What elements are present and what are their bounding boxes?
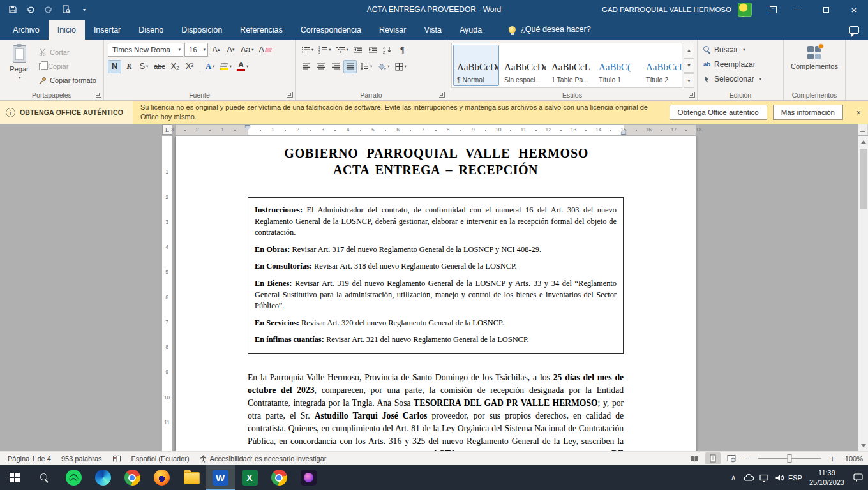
style-item[interactable]: AaBbCcDc¶ Normal — [453, 45, 499, 86]
bullets-button[interactable]: ▾ — [299, 43, 315, 57]
page-indicator[interactable]: Página 1 de 4 — [3, 452, 56, 465]
taskbar-clock[interactable]: 11:39 25/10/2023 — [804, 468, 850, 487]
scroll-up-icon[interactable] — [858, 137, 868, 147]
subscript-button[interactable]: X₂ — [168, 60, 182, 73]
cut-button[interactable]: Cortar — [36, 46, 99, 59]
dialog-launcher-icon[interactable] — [96, 92, 101, 98]
document-page[interactable]: GOBIERNO PARROQUIAL VALLE HERMOSO ACTA E… — [176, 136, 696, 451]
print-layout-button[interactable] — [705, 452, 721, 464]
gallery-more-icon[interactable]: ▼ — [684, 73, 694, 88]
numbering-button[interactable]: 123 ▾ — [317, 43, 333, 57]
decrease-indent-button[interactable] — [352, 43, 365, 57]
onedrive-cloud-icon[interactable] — [741, 465, 756, 490]
tell-me-box[interactable]: ¿Qué desea hacer? — [509, 25, 591, 40]
tab-vista[interactable]: Vista — [415, 20, 451, 40]
paste-button[interactable]: Pegar ▾ — [2, 41, 36, 89]
keyboard-language[interactable]: ESP — [787, 465, 804, 490]
dialog-launcher-icon[interactable] — [287, 92, 293, 98]
tab-referencias[interactable]: Referencias — [231, 20, 292, 40]
clear-formatting-button[interactable]: A — [257, 43, 273, 57]
shrink-font-button[interactable]: A — [224, 43, 237, 57]
copy-button[interactable]: Copiar — [36, 60, 99, 73]
select-button[interactable]: Seleccionar ▾ — [703, 72, 781, 85]
style-item[interactable]: AaBbC(Título 1 — [595, 45, 641, 86]
align-right-button[interactable] — [329, 60, 342, 73]
zoom-level[interactable]: 100% — [840, 455, 863, 463]
bold-button[interactable]: N — [108, 60, 121, 73]
strikethrough-button[interactable]: abc — [152, 60, 167, 73]
scroll-down-icon[interactable] — [858, 440, 868, 450]
multilevel-list-button[interactable]: ▾ — [334, 43, 350, 57]
font-color-button[interactable]: A▾ — [235, 60, 250, 73]
style-item[interactable]: AaBbCcLTítulo 2 — [642, 45, 682, 86]
superscript-button[interactable]: X² — [183, 60, 197, 73]
edge-icon[interactable] — [88, 465, 117, 490]
proofing-status-button[interactable] — [107, 452, 126, 465]
taskbar-search-button[interactable] — [29, 465, 59, 490]
dialog-launcher-icon[interactable] — [689, 92, 695, 98]
file-explorer-icon[interactable] — [176, 465, 206, 490]
volume-icon[interactable] — [772, 465, 787, 490]
style-item[interactable]: AaBbCcDcSin espaci... — [500, 45, 546, 86]
text-effects-button[interactable]: A▾ — [204, 60, 217, 73]
firefox-icon[interactable] — [147, 465, 176, 490]
get-office-button[interactable]: Obtenga Office auténtico — [670, 105, 767, 120]
accessibility-status[interactable]: Accesibilidad: es necesario investigar — [195, 452, 332, 465]
increase-indent-button[interactable] — [366, 43, 380, 57]
font-name-combobox[interactable]: Times New Roma ▾ — [108, 43, 183, 57]
align-left-button[interactable] — [299, 60, 313, 73]
tab-insertar[interactable]: Insertar — [85, 20, 130, 40]
web-layout-button[interactable] — [724, 452, 739, 464]
underline-button[interactable]: S▾ — [137, 60, 151, 73]
vertical-ruler[interactable]: 1234567891011 — [162, 136, 172, 451]
save-icon[interactable] — [8, 4, 18, 15]
spotify-icon[interactable] — [59, 465, 88, 490]
excel-icon[interactable] — [235, 465, 264, 490]
horizontal-ruler[interactable]: 321123456789101112131415161718 — [176, 125, 696, 135]
network-icon[interactable] — [756, 465, 772, 490]
zoom-out-button[interactable]: − — [742, 454, 751, 464]
tray-expand-icon[interactable]: ∧ — [726, 465, 741, 490]
scrollbar-thumb[interactable] — [860, 149, 867, 209]
language-indicator[interactable]: Español (Ecuador) — [126, 452, 195, 465]
tab-correspondencia[interactable]: Correspondencia — [292, 20, 370, 40]
sort-button[interactable]: AZ — [381, 43, 394, 57]
feedback-comment-icon[interactable] — [849, 26, 859, 34]
tab-disposicion[interactable]: Disposición — [172, 20, 231, 40]
maximize-button[interactable] — [812, 0, 840, 19]
media-app-icon[interactable] — [294, 465, 323, 490]
complementos-button[interactable]: Complementos — [787, 45, 842, 71]
word-count[interactable]: 953 palabras — [56, 452, 107, 465]
highlight-button[interactable]: ▾ — [218, 60, 234, 73]
minimize-button[interactable] — [784, 0, 812, 19]
print-preview-icon[interactable] — [61, 4, 71, 15]
undo-icon[interactable] — [26, 4, 36, 15]
ribbon-display-options-button[interactable]: ⌃ — [762, 0, 784, 19]
gallery-scroll-down-icon[interactable]: ▼ — [684, 58, 694, 73]
show-paragraph-marks-button[interactable]: ¶ — [396, 43, 409, 57]
chrome-icon[interactable] — [117, 465, 147, 490]
tab-ayuda[interactable]: Ayuda — [451, 20, 491, 40]
find-button[interactable]: Buscar ▾ — [703, 43, 781, 56]
start-button[interactable] — [0, 465, 29, 490]
zoom-slider-thumb[interactable] — [788, 454, 792, 463]
font-size-combobox[interactable]: 16 ▾ — [184, 43, 208, 57]
customize-qat-icon[interactable]: ▾ — [79, 4, 89, 15]
redo-icon[interactable] — [43, 4, 54, 15]
vertical-scrollbar[interactable] — [858, 136, 868, 451]
tab-revisar[interactable]: Revisar — [370, 20, 415, 40]
borders-button[interactable]: ▾ — [393, 60, 408, 73]
format-painter-button[interactable]: Copiar formato — [36, 74, 99, 87]
align-center-button[interactable] — [314, 60, 327, 73]
chrome-2-icon[interactable] — [264, 465, 294, 490]
replace-button[interactable]: Reemplazar — [703, 57, 781, 71]
line-spacing-button[interactable]: ▾ — [358, 60, 374, 73]
word-icon[interactable] — [206, 465, 235, 490]
close-warning-icon[interactable]: × — [849, 108, 868, 117]
tab-archivo[interactable]: Archivo — [4, 20, 49, 40]
ruler-toggle-button[interactable] — [858, 124, 868, 135]
gallery-scroll-up-icon[interactable]: ▲ — [684, 43, 694, 57]
read-mode-button[interactable] — [687, 452, 702, 464]
action-center-icon[interactable] — [850, 465, 865, 490]
tab-inicio[interactable]: Inicio — [49, 20, 85, 40]
